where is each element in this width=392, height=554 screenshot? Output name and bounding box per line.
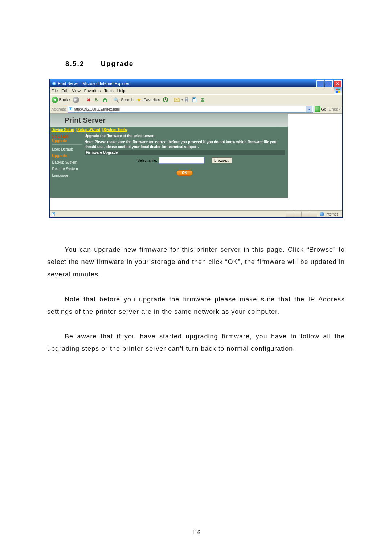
paragraph-1: You can upgrade new firmware for this pr…: [47, 243, 345, 281]
svg-point-18: [53, 213, 54, 214]
sidebar: SYSTEM Upgrade Load Default Upgrade Back…: [50, 132, 85, 198]
section-title: Upgrade: [101, 60, 134, 67]
sidebar-item-load-default[interactable]: Load Default: [52, 147, 82, 151]
forward-button[interactable]: ►: [73, 97, 80, 103]
paragraph-2: Note that before you upgrade the firmwar…: [47, 293, 345, 318]
search-icon: 🔍: [113, 97, 119, 103]
svg-rect-1: [335, 89, 337, 90]
file-row: Select a file: Browse...: [85, 156, 285, 166]
links-label[interactable]: Links: [328, 107, 338, 111]
url-input[interactable]: http://192.168.2.2/index.html ▾: [68, 106, 313, 113]
section-heading: 8.5.2 Upgrade: [47, 60, 345, 68]
sidebar-item-upgrade[interactable]: Upgrade: [52, 154, 82, 158]
sidebar-item-language[interactable]: Language: [52, 173, 82, 177]
browse-button[interactable]: Browse...: [212, 157, 232, 163]
svg-rect-2: [338, 89, 340, 90]
svg-rect-10: [185, 100, 188, 102]
security-zone: Internet: [317, 212, 341, 216]
print-icon[interactable]: [183, 97, 190, 103]
titlebar: Print Server - Microsoft Internet Explor…: [50, 79, 342, 87]
firmware-upgrade-header: Firmware Upgrade: [85, 150, 285, 155]
app-title: Print Server: [65, 116, 106, 124]
svg-rect-5: [104, 100, 106, 102]
file-label: Select a file:: [137, 159, 157, 163]
panel-title: Upgrade the firmware of the print server…: [85, 134, 285, 138]
menu-help[interactable]: Help: [117, 89, 126, 93]
nav-system-tools[interactable]: System Tools: [103, 128, 127, 132]
sidebar-heading: SYSTEM: [52, 134, 82, 138]
paragraph-3: Be aware that if you have started upgrad…: [47, 330, 345, 355]
address-label: Address: [52, 107, 66, 111]
url-text: http://192.168.2.2/index.html: [74, 107, 120, 111]
svg-rect-9: [185, 98, 188, 99]
menu-tools[interactable]: Tools: [104, 89, 114, 93]
address-bar: Address http://192.168.2.2/index.html ▾ …: [50, 105, 342, 114]
mail-icon[interactable]: [173, 97, 180, 103]
maximize-button[interactable]: ❐: [325, 80, 333, 87]
ie-icon: [52, 81, 57, 86]
url-dropdown-icon[interactable]: ▾: [306, 106, 312, 112]
refresh-icon[interactable]: ↻: [94, 97, 100, 103]
status-bar: Internet: [50, 210, 342, 217]
status-page-icon: [52, 212, 56, 216]
file-input[interactable]: [159, 157, 204, 164]
history-icon[interactable]: [162, 97, 169, 103]
menu-favorites[interactable]: Favorites: [84, 89, 101, 93]
screenshot: Print Server - Microsoft Internet Explor…: [49, 79, 343, 218]
window-title: Print Server - Microsoft Internet Explor…: [58, 81, 130, 86]
stop-icon[interactable]: ✖: [86, 97, 92, 103]
app-banner: Print Server: [50, 114, 288, 127]
sidebar-item-backup-system[interactable]: Backup System: [52, 160, 82, 164]
star-icon: ★: [136, 97, 142, 103]
svg-rect-12: [193, 98, 195, 99]
ok-button[interactable]: OK: [176, 170, 193, 176]
minimize-button[interactable]: _: [316, 80, 324, 87]
edit-icon[interactable]: [191, 97, 198, 103]
svg-rect-11: [192, 98, 196, 102]
windows-logo-icon: [334, 87, 342, 94]
go-button[interactable]: →Go: [315, 106, 327, 112]
favorites-button[interactable]: ★Favorites: [136, 97, 160, 103]
top-nav: Device Setup| Setup Wizard| System Tools: [50, 127, 288, 132]
toolbar: ◄Back▾ ► ✖ ↻ 🔍Search ★Favorites ▾: [50, 94, 342, 105]
menu-edit[interactable]: Edit: [61, 89, 68, 93]
messenger-icon[interactable]: [199, 97, 206, 103]
svg-point-16: [70, 108, 71, 110]
menu-view[interactable]: View: [72, 89, 81, 93]
zone-label: Internet: [326, 212, 338, 216]
svg-rect-4: [338, 91, 340, 93]
menu-file[interactable]: File: [52, 89, 58, 93]
nav-setup-wizard[interactable]: Setup Wizard: [77, 128, 100, 132]
nav-device-setup[interactable]: Device Setup: [52, 128, 74, 132]
panel-note: Note: Please make sure the firmware are …: [85, 140, 285, 149]
section-number: 8.5.2: [65, 60, 98, 68]
page-number: 116: [0, 529, 392, 536]
svg-rect-3: [335, 91, 337, 93]
svg-rect-13: [193, 99, 195, 99]
back-button[interactable]: ◄Back▾: [52, 97, 70, 103]
sidebar-subheading: Upgrade: [52, 139, 82, 145]
svg-point-14: [201, 98, 204, 100]
links-chevron-icon[interactable]: »: [339, 107, 341, 111]
menubar: File Edit View Favorites Tools Help: [50, 87, 342, 94]
go-icon: →: [315, 106, 320, 112]
close-button[interactable]: ✕: [334, 80, 342, 87]
search-button[interactable]: 🔍Search: [113, 97, 134, 103]
globe-icon: [320, 212, 324, 216]
home-icon[interactable]: [102, 97, 108, 103]
main-panel: Upgrade the firmware of the print server…: [85, 132, 288, 198]
sidebar-item-restore-system[interactable]: Restore System: [52, 167, 82, 171]
page-icon: [69, 107, 73, 111]
